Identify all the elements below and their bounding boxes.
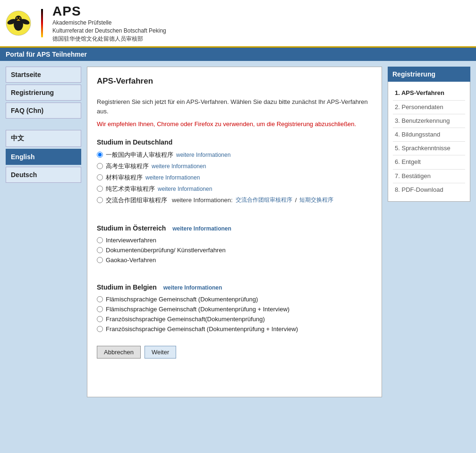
warning-text: Wir empfehlen Ihnen, Chrome oder Firefox… xyxy=(97,120,372,129)
header: APS Akademische Prüfstelle Kulturreferat… xyxy=(0,0,476,48)
sidebar-item-registrierung[interactable]: Registrierung xyxy=(6,85,81,101)
radio-opt1[interactable] xyxy=(97,152,103,158)
radio-opt10[interactable] xyxy=(97,306,103,312)
radio-group-opt11: Französischsprachige Gemeinschaft(Dokume… xyxy=(97,316,372,323)
radio-group-opt8: Gaokao-Verfahren xyxy=(97,256,372,264)
label-opt1: 一般国内申请人审核程序 xyxy=(106,151,173,159)
german-flag-bar xyxy=(41,9,43,37)
sidebar-item-zhongwen[interactable]: 中文 xyxy=(6,130,81,147)
info-link-opt2[interactable]: weitere Informationen xyxy=(152,163,206,170)
step-5: 5. Sprachkenntnisse xyxy=(393,142,465,155)
intro-text: Registrieren Sie sich jetzt für ein APS-… xyxy=(97,97,372,116)
radio-group-opt4: 纯艺术类审核程序 weitere Informationen xyxy=(97,185,372,193)
step-6: 6. Entgelt xyxy=(393,155,465,169)
section-title-oesterreich: Studium in Österreich weitere Informatio… xyxy=(97,224,372,232)
cancel-button[interactable]: Abbrechen xyxy=(97,346,141,359)
radio-opt6[interactable] xyxy=(97,237,103,243)
radio-group-opt3: 材料审核程序 weitere Informationen xyxy=(97,173,372,182)
content-title: APS-Verfahren xyxy=(97,77,372,90)
radio-group-opt7: Dokumentenüberprüfung/ Künstlerverfahren xyxy=(97,247,372,254)
info-link-oesterreich[interactable]: weitere Informationen xyxy=(172,225,231,232)
sidebar-item-startseite[interactable]: Startseite xyxy=(6,67,81,83)
step-1: 1. APS-Verfahren xyxy=(393,86,465,100)
radio-opt2[interactable] xyxy=(97,163,103,169)
radio-group-opt12: Französischsprachige Gemeinschaft (Dokum… xyxy=(97,325,372,333)
label-opt11: Französischsprachige Gemeinschaft(Dokume… xyxy=(106,316,265,323)
info-link-opt5a[interactable]: 交流合作团组审核程序 xyxy=(236,196,292,204)
label-opt12: Französischsprachige Gemeinschaft (Dokum… xyxy=(106,325,298,333)
step-8: 8. PDF-Download xyxy=(393,183,465,197)
radio-opt4[interactable] xyxy=(97,186,103,192)
label-opt2: 高考生审核程序 xyxy=(106,162,149,171)
right-panel-title: Registrierung xyxy=(388,67,470,82)
subtitle-line3: 德国驻华使馆文化处留德人员审核部 xyxy=(52,35,166,43)
info-link-opt4[interactable]: weitere Informationen xyxy=(158,186,212,192)
right-panel: Registrierung 1. APS-Verfahren 2. Person… xyxy=(388,67,470,202)
section-title-deutschland: Studium in Deutschland xyxy=(97,138,372,146)
radio-opt12[interactable] xyxy=(97,326,103,332)
header-text: APS Akademische Prüfstelle Kulturreferat… xyxy=(52,4,166,43)
label-opt10: Flämischsprachige Gemeinschaft (Dokument… xyxy=(106,306,289,313)
nav-bar: Portal für APS Teilnehmer xyxy=(0,48,476,61)
label-opt5: 交流合作团组审核程序 xyxy=(106,196,167,205)
sidebar-item-english[interactable]: English xyxy=(6,149,81,165)
sidebar-item-deutsch[interactable]: Deutsch xyxy=(6,167,81,183)
step-3: 3. Benutzerkennung xyxy=(393,114,465,128)
radio-group-opt5: 交流合作团组审核程序 weitere Informationen: 交流合作团组… xyxy=(97,196,372,205)
right-panel-body: 1. APS-Verfahren 2. Personendaten 3. Ben… xyxy=(388,82,470,202)
app-name: APS xyxy=(52,4,166,19)
label-opt8: Gaokao-Verfahren xyxy=(106,256,156,264)
section-title-belgien: Studium in Belgien weitere Informationen xyxy=(97,283,372,291)
info-link-opt3[interactable]: weitere Informationen xyxy=(145,174,200,181)
radio-opt5[interactable] xyxy=(97,197,103,203)
radio-opt3[interactable] xyxy=(97,174,103,180)
opt5-info-prefix: weitere Informationen: xyxy=(172,197,233,204)
nav-title: Portal für APS Teilnehmer xyxy=(6,51,87,58)
radio-opt11[interactable] xyxy=(97,316,103,322)
sidebar-item-faq[interactable]: FAQ (Chn) xyxy=(6,103,81,119)
info-link-belgien[interactable]: weitere Informationen xyxy=(163,284,222,291)
svg-point-6 xyxy=(17,17,18,18)
opt5-separator: / xyxy=(295,197,297,204)
step-2: 2. Personendaten xyxy=(393,101,465,114)
eagle-icon xyxy=(6,10,32,36)
radio-opt8[interactable] xyxy=(97,257,103,263)
label-opt9: Flämischsprachige Gemeinschaft (Dokument… xyxy=(106,296,258,303)
step-7: 7. Bestätigen xyxy=(393,170,465,183)
radio-group-opt2: 高考生审核程序 weitere Informationen xyxy=(97,162,372,171)
radio-group-opt6: Interviewverfahren xyxy=(97,237,372,244)
content-area: APS-Verfahren Registrieren Sie sich jetz… xyxy=(87,67,382,397)
subtitle-line2: Kulturreferat der Deutschen Botschaft Pe… xyxy=(52,27,166,35)
svg-point-7 xyxy=(19,17,21,18)
radio-opt7[interactable] xyxy=(97,247,103,253)
label-opt7: Dokumentenüberprüfung/ Künstlerverfahren xyxy=(106,247,226,254)
radio-opt9[interactable] xyxy=(97,296,103,302)
label-opt6: Interviewverfahren xyxy=(106,237,156,244)
radio-group-opt9: Flämischsprachige Gemeinschaft (Dokument… xyxy=(97,296,372,303)
label-opt3: 材料审核程序 xyxy=(106,173,143,182)
button-row: Abbrechen Weiter xyxy=(97,346,372,359)
main-container: Startseite Registrierung FAQ (Chn) 中文 En… xyxy=(0,61,476,403)
subtitle-line1: Akademische Prüfstelle xyxy=(52,19,166,27)
info-link-opt5b[interactable]: 短期交换程序 xyxy=(299,196,333,204)
step-4: 4. Bildungsstand xyxy=(393,128,465,142)
next-button[interactable]: Weiter xyxy=(144,346,176,359)
label-opt4: 纯艺术类审核程序 xyxy=(106,185,155,193)
header-logo: APS Akademische Prüfstelle Kulturreferat… xyxy=(6,4,166,43)
radio-group-opt1: 一般国内申请人审核程序 weitere Informationen xyxy=(97,151,372,159)
radio-group-opt10: Flämischsprachige Gemeinschaft (Dokument… xyxy=(97,306,372,313)
info-link-opt1[interactable]: weitere Informationen xyxy=(176,152,230,158)
sidebar: Startseite Registrierung FAQ (Chn) 中文 En… xyxy=(6,67,81,183)
